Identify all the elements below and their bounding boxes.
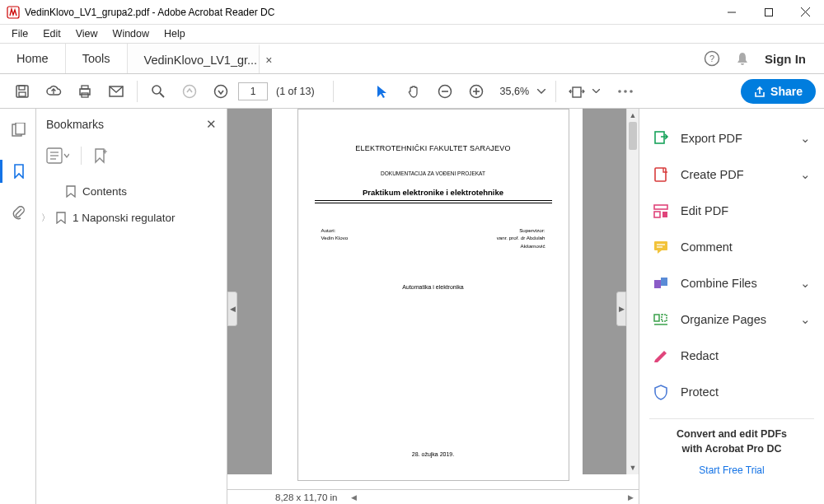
help-icon[interactable]: ? <box>704 50 720 67</box>
tab-tools[interactable]: Tools <box>66 44 128 73</box>
protect-button[interactable]: Protect <box>639 374 824 410</box>
svg-rect-38 <box>654 241 667 250</box>
arrow-tool-icon[interactable] <box>368 77 396 105</box>
sign-in-button[interactable]: Sign In <box>765 52 806 66</box>
create-pdf-button[interactable]: Create PDF⌄ <box>639 156 824 193</box>
redact-button[interactable]: Redact <box>639 338 824 374</box>
bookmarks-icon[interactable] <box>0 160 36 183</box>
hscroll-left-icon[interactable]: ◀ <box>347 493 360 502</box>
combine-files-button[interactable]: Combine Files⌄ <box>639 265 824 301</box>
scroll-up-icon[interactable]: ▲ <box>627 109 639 122</box>
menu-window[interactable]: Window <box>106 26 156 41</box>
bookmark-item[interactable]: Contents <box>51 178 218 204</box>
vertical-scrollbar[interactable]: ▲ ▼ <box>626 109 639 474</box>
page-number-input[interactable]: 1 <box>238 82 268 100</box>
zoom-in-icon[interactable] <box>462 77 490 105</box>
zoom-dropdown-icon[interactable] <box>534 77 549 105</box>
scroll-down-icon[interactable]: ▼ <box>627 461 639 474</box>
bookmark-glyph-icon <box>56 212 66 224</box>
svg-rect-35 <box>654 205 667 209</box>
scroll-thumb[interactable] <box>629 122 637 150</box>
cloud-icon[interactable] <box>40 77 68 105</box>
tab-document[interactable]: VedinKlovo_LV1_gr... × <box>128 44 260 73</box>
print-icon[interactable] <box>71 77 99 105</box>
svg-rect-37 <box>662 212 667 217</box>
chevron-down-icon: ⌄ <box>800 313 811 326</box>
tools-panel: Export PDF⌄ Create PDF⌄ Edit PDF Comment… <box>639 109 824 504</box>
close-button[interactable] <box>787 0 824 25</box>
svg-point-17 <box>215 85 227 97</box>
export-pdf-button[interactable]: Export PDF⌄ <box>639 120 824 156</box>
page-dimensions: 8,28 x 11,70 in <box>275 492 337 502</box>
fit-width-icon[interactable] <box>563 77 591 105</box>
svg-rect-44 <box>662 315 667 321</box>
chevron-down-icon: ⌄ <box>800 132 811 145</box>
bookmarks-title: Bookmarks <box>46 118 104 131</box>
edit-pdf-button[interactable]: Edit PDF <box>639 193 824 229</box>
hscroll-right-icon[interactable]: ▶ <box>624 493 637 502</box>
toolbar: 1 (1 of 13) 35,6% Share <box>0 74 824 109</box>
page-count: (1 of 13) <box>276 86 315 97</box>
svg-point-26 <box>630 90 633 93</box>
zoom-out-icon[interactable] <box>431 77 459 105</box>
mail-icon[interactable] <box>102 77 130 105</box>
svg-rect-23 <box>573 87 581 97</box>
attachments-icon[interactable] <box>0 201 36 224</box>
svg-point-25 <box>624 90 627 93</box>
next-page-icon[interactable] <box>207 77 235 105</box>
thumbnails-icon[interactable] <box>0 119 36 142</box>
start-trial-link[interactable]: Start Free Trial <box>639 464 824 476</box>
status-bar: 8,28 x 11,70 in ◀ ▶ <box>227 489 639 504</box>
svg-line-15 <box>160 93 164 97</box>
bookmark-item[interactable]: 〉 1 Naponski regulator <box>41 204 218 231</box>
tabbar: Home Tools VedinKlovo_LV1_gr... × ? Sign… <box>0 43 824 74</box>
window-title: VedinKlovo_LV1_grupa2.pdf - Adobe Acroba… <box>25 7 274 18</box>
svg-rect-42 <box>661 278 667 286</box>
hand-tool-icon[interactable] <box>400 77 428 105</box>
fit-dropdown-icon[interactable] <box>592 89 600 93</box>
tab-close-icon[interactable]: × <box>265 54 272 67</box>
find-icon[interactable] <box>144 77 172 105</box>
bookmarks-panel: Bookmarks ✕ Contents 〉 1 Naponski regula… <box>36 109 227 504</box>
zoom-level[interactable]: 35,6% <box>500 86 529 97</box>
svg-rect-2 <box>765 8 772 16</box>
tab-home[interactable]: Home <box>0 44 66 73</box>
organize-pages-button[interactable]: Organize Pages⌄ <box>639 301 824 338</box>
svg-text:?: ? <box>709 54 714 63</box>
svg-rect-34 <box>655 168 666 181</box>
left-rail <box>0 109 36 504</box>
more-tools-icon[interactable] <box>611 77 639 105</box>
bookmark-options-icon[interactable] <box>46 147 69 164</box>
bell-icon[interactable] <box>735 51 750 66</box>
document-viewer: ◀ ▶ ELEKTROTEHNIČKI FAKULTET SARAJEVO DO… <box>227 109 639 504</box>
bookmarks-close-icon[interactable]: ✕ <box>206 117 217 132</box>
comment-button[interactable]: Comment <box>639 229 824 265</box>
expand-icon[interactable]: 〉 <box>41 212 49 224</box>
share-icon <box>754 86 765 97</box>
titlebar: VedinKlovo_LV1_grupa2.pdf - Adobe Acroba… <box>0 0 824 25</box>
prev-page-icon[interactable] <box>176 77 204 105</box>
svg-rect-33 <box>655 132 664 143</box>
save-icon[interactable] <box>8 77 36 105</box>
svg-rect-9 <box>19 92 26 96</box>
collapse-left-handle[interactable]: ◀ <box>227 292 237 326</box>
menubar: File Edit View Window Help <box>0 25 824 43</box>
menu-file[interactable]: File <box>5 26 35 41</box>
menu-help[interactable]: Help <box>157 26 192 41</box>
minimize-button[interactable] <box>713 0 750 25</box>
svg-rect-7 <box>16 86 28 97</box>
svg-rect-41 <box>654 280 661 288</box>
menu-view[interactable]: View <box>69 26 105 41</box>
share-button[interactable]: Share <box>741 79 816 104</box>
app-icon <box>7 6 20 19</box>
collapse-right-handle[interactable]: ▶ <box>616 292 626 326</box>
pdf-page[interactable]: ELEKTROTEHNIČKI FAKULTET SARAJEVO DOKUME… <box>297 109 569 481</box>
new-bookmark-icon[interactable] <box>93 147 108 164</box>
svg-point-24 <box>618 90 621 93</box>
maximize-button[interactable] <box>750 0 787 25</box>
svg-rect-28 <box>16 123 25 134</box>
menu-edit[interactable]: Edit <box>36 26 68 41</box>
promo-text: Convert and edit PDFswith Acrobat Pro DC <box>639 427 824 456</box>
svg-rect-36 <box>654 212 660 217</box>
chevron-down-icon: ⌄ <box>800 168 811 181</box>
